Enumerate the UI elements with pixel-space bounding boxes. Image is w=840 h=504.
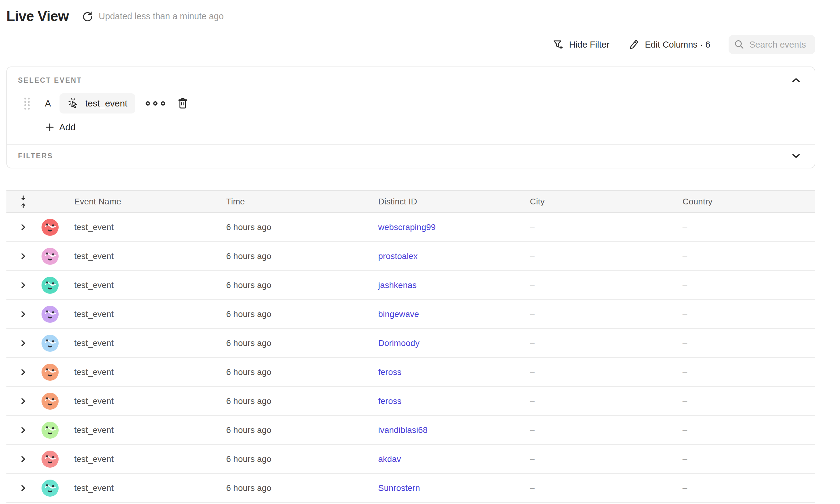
query-builder-panel: SELECT EVENT A	[6, 67, 815, 168]
table-row: test_event 6 hours ago webscraping99 – –	[6, 213, 815, 242]
add-event-button[interactable]: Add	[45, 122, 75, 132]
cell-event-name: test_event	[74, 483, 226, 493]
table-body: test_event 6 hours ago webscraping99 – –	[6, 213, 815, 503]
table-row: test_event 6 hours ago bingewave – –	[6, 300, 815, 329]
cell-time: 6 hours ago	[226, 483, 378, 493]
cell-time: 6 hours ago	[226, 281, 378, 290]
chevron-right-icon[interactable]	[19, 397, 27, 406]
collapse-rows-icon[interactable]	[19, 195, 27, 209]
cell-country: –	[682, 425, 815, 435]
table-row: test_event 6 hours ago akdav – –	[6, 445, 815, 474]
cell-event-name: test_event	[74, 396, 226, 406]
column-header-distinct-id: Distinct ID	[378, 197, 530, 206]
chevron-right-icon[interactable]	[19, 223, 27, 232]
avatar	[41, 277, 58, 294]
edit-columns-label: Edit Columns · 6	[645, 40, 710, 50]
column-header-city: City	[530, 197, 682, 206]
cell-country: –	[682, 251, 815, 261]
table-row: test_event 6 hours ago Dorimoody – –	[6, 329, 815, 358]
events-table: Event Name Time Distinct ID City Country	[6, 191, 815, 504]
cell-time: 6 hours ago	[226, 222, 378, 232]
cell-city: –	[530, 309, 682, 319]
plus-icon	[45, 122, 55, 132]
avatar	[41, 219, 58, 236]
column-header-event-name: Event Name	[74, 197, 226, 206]
edit-columns-button[interactable]: Edit Columns · 6	[628, 38, 710, 51]
table-row: test_event 6 hours ago Sunrostern – –	[6, 474, 815, 503]
chevron-right-icon[interactable]	[19, 281, 27, 290]
distinct-id-link[interactable]: prostoalex	[378, 251, 418, 261]
cell-city: –	[530, 483, 682, 493]
table-row: test_event 6 hours ago ivandiblasi68 – –	[6, 416, 815, 445]
cell-event-name: test_event	[74, 338, 226, 348]
chevron-right-icon[interactable]	[19, 426, 27, 435]
distinct-id-link[interactable]: ivandiblasi68	[378, 425, 427, 435]
avatar	[41, 451, 58, 468]
avatar	[41, 335, 58, 352]
filters-label: FILTERS	[18, 152, 53, 160]
table-row: test_event 6 hours ago feross – –	[6, 387, 815, 416]
chevron-right-icon[interactable]	[19, 367, 27, 377]
event-row-A: A test_event	[18, 93, 805, 113]
cell-city: –	[530, 454, 682, 464]
cell-time: 6 hours ago	[226, 425, 378, 435]
cell-country: –	[682, 309, 815, 319]
cell-event-name: test_event	[74, 367, 226, 377]
refresh-button[interactable]	[80, 9, 95, 23]
hide-filter-button[interactable]: Hide Filter	[552, 38, 609, 51]
column-header-time: Time	[226, 197, 378, 206]
distinct-id-link[interactable]: akdav	[378, 454, 401, 464]
hide-filter-label: Hide Filter	[569, 40, 609, 50]
partial-row	[6, 503, 815, 504]
filter-plus-icon	[552, 38, 564, 51]
expand-filters-button[interactable]	[787, 151, 805, 161]
chevron-right-icon[interactable]	[19, 252, 27, 261]
cell-event-name: test_event	[74, 425, 226, 435]
table-row: test_event 6 hours ago prostoalex – –	[6, 242, 815, 271]
updated-status: Updated less than a minute ago	[99, 11, 224, 21]
cell-city: –	[530, 338, 682, 348]
distinct-id-link[interactable]: feross	[378, 396, 401, 406]
distinct-id-link[interactable]: jashkenas	[378, 281, 417, 290]
chevron-right-icon[interactable]	[19, 310, 27, 319]
chevron-right-icon[interactable]	[19, 484, 27, 493]
page-title: Live View	[6, 8, 69, 24]
select-event-section: SELECT EVENT A	[7, 67, 815, 144]
refresh-icon	[82, 10, 94, 22]
cell-event-name: test_event	[74, 281, 226, 290]
delete-event-button[interactable]	[177, 97, 189, 110]
more-dots-icon[interactable]	[142, 98, 168, 109]
avatar	[41, 364, 58, 381]
search-events-box[interactable]	[729, 35, 815, 54]
search-events-input[interactable]	[749, 39, 810, 50]
search-icon	[734, 39, 745, 50]
filters-section: FILTERS	[7, 145, 815, 168]
distinct-id-link[interactable]: webscraping99	[378, 222, 436, 232]
trash-icon	[177, 97, 189, 110]
cell-city: –	[530, 425, 682, 435]
drag-handle-icon[interactable]	[24, 97, 30, 109]
chevron-right-icon[interactable]	[19, 339, 27, 348]
collapse-section-button[interactable]	[787, 75, 805, 86]
chevron-down-icon	[791, 152, 801, 159]
cell-country: –	[682, 454, 815, 464]
cell-event-name: test_event	[74, 454, 226, 464]
event-selector-chip[interactable]: test_event	[59, 93, 135, 113]
cell-event-name: test_event	[74, 251, 226, 261]
distinct-id-link[interactable]: bingewave	[378, 309, 419, 319]
cell-country: –	[682, 367, 815, 377]
distinct-id-link[interactable]: feross	[378, 367, 401, 377]
avatar	[41, 306, 58, 323]
page-header: Live View Updated less than a minute ago	[6, 7, 815, 25]
cursor-click-icon	[68, 97, 80, 110]
cell-country: –	[682, 396, 815, 406]
add-label: Add	[59, 122, 75, 132]
chevron-right-icon[interactable]	[19, 454, 27, 464]
pencil-icon	[628, 38, 640, 51]
distinct-id-link[interactable]: Dorimoody	[378, 338, 419, 348]
distinct-id-link[interactable]: Sunrostern	[378, 483, 420, 493]
table-row: test_event 6 hours ago feross – –	[6, 358, 815, 387]
table-header: Event Name Time Distinct ID City Country	[6, 191, 815, 213]
event-letter: A	[43, 98, 52, 109]
cell-time: 6 hours ago	[226, 454, 378, 464]
